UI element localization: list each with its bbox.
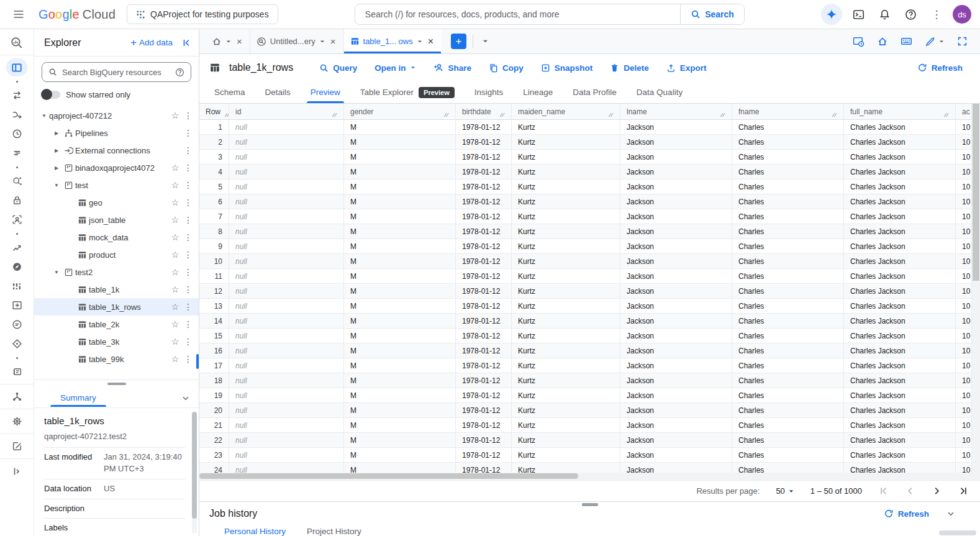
more-options-icon[interactable]: ⋮: [183, 302, 194, 312]
export-button[interactable]: Export: [659, 58, 714, 78]
project-selector[interactable]: QAProject for testing purposes: [127, 4, 278, 24]
chevron-down-icon[interactable]: [181, 394, 190, 402]
more-options-icon[interactable]: ⋮: [183, 319, 194, 329]
tree-item-table-99k[interactable]: table_99k☆⋮: [34, 350, 199, 368]
column-header-maiden_name[interactable]: maiden_name: [512, 104, 620, 119]
more-options-icon[interactable]: ⋮: [183, 198, 194, 207]
panel-history-icon[interactable]: [853, 35, 864, 47]
first-page-icon[interactable]: [878, 486, 889, 496]
tab-project-history[interactable]: Project History: [298, 524, 370, 536]
expand-arrow-icon[interactable]: ▼: [52, 183, 61, 188]
collapse-arrow-icon[interactable]: ▶: [52, 165, 61, 171]
column-resize-icon[interactable]: [720, 112, 725, 119]
collapse-panel-icon[interactable]: [181, 38, 191, 48]
rail-item-search-network[interactable]: [6, 172, 27, 190]
menu-icon[interactable]: [7, 3, 30, 25]
tab-summary[interactable]: Summary: [59, 389, 98, 407]
tree-item-product[interactable]: product☆⋮: [34, 246, 199, 263]
summary-scrollbar-thumb[interactable]: [192, 412, 197, 519]
star-icon[interactable]: ☆: [168, 284, 183, 294]
tab-personal-history[interactable]: Personal History: [216, 524, 294, 536]
tree-item-geo[interactable]: geo☆⋮: [34, 194, 199, 211]
next-page-icon[interactable]: [932, 486, 942, 496]
star-icon[interactable]: ☆: [168, 180, 183, 190]
chevron-down-icon[interactable]: [225, 39, 232, 45]
gemini-button[interactable]: [821, 4, 842, 25]
search-help-icon[interactable]: [175, 68, 184, 77]
tree-item-qaproject-407212[interactable]: ▼qaproject-407212☆⋮: [34, 107, 199, 124]
tree-item-table-1k-rows[interactable]: table_1k_rows☆⋮: [34, 298, 199, 316]
explorer-scrollbar-thumb[interactable]: [196, 354, 199, 369]
more-options-icon[interactable]: ⋮: [183, 180, 194, 190]
starred-toggle[interactable]: [42, 91, 60, 99]
job-history-scrollbar-thumb[interactable]: [939, 530, 976, 535]
tree-item-test[interactable]: ▼test☆⋮: [34, 176, 199, 194]
tab-lineage[interactable]: Lineage: [513, 81, 563, 103]
star-icon[interactable]: ☆: [168, 215, 183, 225]
rail-item-swap-arrows[interactable]: [6, 86, 27, 104]
rail-item-bigquery-logo[interactable]: [6, 34, 27, 52]
rail-item-diamond[interactable]: [6, 335, 27, 353]
column-resize-icon[interactable]: [832, 112, 837, 119]
more-options-icon[interactable]: ⋮: [183, 215, 194, 225]
column-resize-icon[interactable]: [332, 112, 337, 119]
global-search-button[interactable]: Search: [680, 4, 744, 24]
rail-item-chat-circle[interactable]: [6, 316, 27, 334]
previous-page-icon[interactable]: [905, 486, 915, 496]
horizontal-scrollbar-thumb[interactable]: [199, 473, 578, 479]
rail-item-bar-meter[interactable]: [6, 277, 27, 295]
tab-data-profile[interactable]: Data Profile: [563, 81, 627, 103]
more-options-icon[interactable]: ⋮: [183, 111, 194, 120]
star-icon[interactable]: ☆: [168, 198, 183, 207]
refresh-button[interactable]: Refresh: [910, 58, 970, 78]
more-options-icon[interactable]: ⋮: [183, 284, 194, 294]
copy-button[interactable]: Copy: [481, 58, 531, 78]
star-icon[interactable]: ☆: [168, 354, 183, 364]
rail-item-branch-merge[interactable]: [6, 106, 27, 124]
open-in-button[interactable]: Open in: [367, 58, 424, 78]
fullscreen-icon[interactable]: [957, 36, 968, 47]
tree-item-json-table[interactable]: json_table☆⋮: [34, 211, 199, 229]
rail-item-panel-columns[interactable]: [6, 58, 27, 76]
new-tab-button[interactable]: +: [451, 34, 466, 49]
tab-details[interactable]: Details: [255, 81, 301, 103]
tab-insights[interactable]: Insights: [465, 81, 514, 103]
more-options-icon[interactable]: ⋮: [183, 232, 194, 242]
more-options-icon[interactable]: ⋮: [183, 163, 194, 173]
home-icon[interactable]: [877, 36, 888, 47]
column-resize-icon[interactable]: [943, 112, 949, 119]
rail-item-window-grid[interactable]: [6, 296, 27, 314]
column-resize-icon[interactable]: [499, 112, 505, 119]
collapse-arrow-icon[interactable]: ▶: [52, 148, 61, 153]
expand-arrow-icon[interactable]: ▼: [52, 270, 61, 275]
column-header-id[interactable]: id: [229, 104, 344, 119]
job-history-refresh-button[interactable]: Refresh: [884, 509, 929, 519]
more-options-icon[interactable]: ⋮: [183, 267, 194, 277]
cloud-shell-icon[interactable]: [848, 4, 868, 24]
star-icon[interactable]: ☆: [168, 111, 183, 120]
more-options-icon[interactable]: ⋮: [183, 128, 194, 138]
collapse-arrow-icon[interactable]: ▶: [52, 130, 61, 136]
rail-item-compass[interactable]: [6, 258, 27, 276]
page-size-select[interactable]: 50: [776, 486, 794, 496]
delete-button[interactable]: Delete: [602, 58, 656, 78]
tree-item-binadoxqaproject4072[interactable]: ▶binadoxqaproject4072☆⋮: [34, 159, 199, 176]
column-header-lname[interactable]: lname: [620, 104, 732, 119]
explorer-search-input[interactable]: [62, 68, 170, 77]
tree-item-table-1k[interactable]: table_1k☆⋮: [34, 281, 199, 298]
star-icon[interactable]: ☆: [168, 302, 183, 312]
vertical-scrollbar-thumb[interactable]: [973, 104, 979, 281]
column-header-row[interactable]: Row: [199, 104, 229, 119]
job-history-resize-handle[interactable]: [582, 503, 598, 506]
chevron-down-icon[interactable]: [319, 39, 325, 45]
keyboard-icon[interactable]: [901, 35, 912, 47]
star-icon[interactable]: ☆: [168, 163, 183, 173]
chevron-down-icon[interactable]: [417, 39, 423, 45]
last-page-icon[interactable]: [958, 486, 969, 496]
rail-item-clock-history[interactable]: [6, 125, 27, 143]
tree-item-table-2k[interactable]: table_2k☆⋮: [34, 316, 199, 333]
column-header-birthdate[interactable]: birthdate: [456, 104, 512, 119]
sql-generation-menu[interactable]: [925, 36, 945, 47]
column-header-gender[interactable]: gender: [344, 104, 456, 119]
rail-item-trend-chart[interactable]: [6, 238, 27, 257]
